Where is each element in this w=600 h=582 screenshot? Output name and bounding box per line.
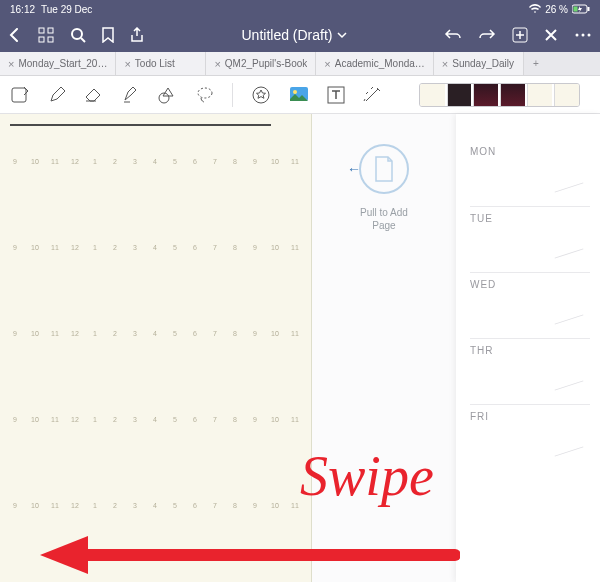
tab-add-button[interactable]: + xyxy=(524,52,548,75)
undo-icon[interactable] xyxy=(444,28,462,42)
app-header: Untitled (Draft) xyxy=(0,18,600,52)
tab-close-icon[interactable]: × xyxy=(124,58,130,70)
planner-page-right[interactable]: MON TUE WED THR FRI xyxy=(456,114,600,582)
chevron-down-icon xyxy=(337,30,347,40)
grid-icon[interactable] xyxy=(38,27,54,43)
redo-icon[interactable] xyxy=(478,28,496,42)
favorites-tool-icon[interactable] xyxy=(251,85,271,105)
day-row-mon: MON xyxy=(470,140,590,206)
svg-point-17 xyxy=(293,90,297,94)
highlighter-tool-icon[interactable] xyxy=(122,85,140,105)
lasso-tool-icon[interactable] xyxy=(196,85,214,105)
tab-close-icon[interactable]: × xyxy=(8,58,14,70)
back-icon[interactable] xyxy=(8,28,22,42)
thumbnail[interactable] xyxy=(527,84,552,106)
pull-to-add-area[interactable]: ← Pull to Add Page xyxy=(312,114,456,582)
thumbnail[interactable] xyxy=(473,84,498,106)
status-bar: 16:12 Tue 29 Dec 26 % xyxy=(0,0,600,18)
time-ruler: 91011121234567891011 xyxy=(8,330,303,337)
tab-close-icon[interactable]: × xyxy=(324,58,330,70)
status-date: Tue 29 Dec xyxy=(41,4,92,15)
svg-point-7 xyxy=(72,29,82,39)
svg-point-9 xyxy=(576,34,579,37)
editor-toolbar xyxy=(0,76,600,114)
thumbnail[interactable] xyxy=(447,84,472,106)
svg-rect-4 xyxy=(48,28,53,33)
svg-point-14 xyxy=(198,88,212,98)
time-ruler: 91011121234567891011 xyxy=(8,244,303,251)
thumbnail[interactable] xyxy=(554,84,579,106)
wifi-icon xyxy=(529,4,541,14)
pull-to-add-icon: ← xyxy=(359,144,409,194)
arrow-left-icon: ← xyxy=(347,161,361,177)
notebook-page-left[interactable]: 91011121234567891011 9101112123456789101… xyxy=(0,114,312,582)
tab-todo-list[interactable]: × Todo List xyxy=(116,52,206,75)
battery-icon xyxy=(572,4,590,14)
time-ruler: 91011121234567891011 xyxy=(8,416,303,423)
eraser-tool-icon[interactable] xyxy=(84,85,104,105)
day-row-thr: THR xyxy=(470,338,590,404)
laser-tool-icon[interactable] xyxy=(363,85,383,105)
tab-qm2[interactable]: × QM2_Pupil's-Book xyxy=(206,52,316,75)
svg-point-11 xyxy=(588,34,591,37)
more-icon[interactable] xyxy=(574,32,592,38)
text-tool-icon[interactable] xyxy=(327,85,345,105)
image-tool-icon[interactable] xyxy=(289,85,309,105)
svg-rect-2 xyxy=(588,7,590,11)
svg-rect-5 xyxy=(39,37,44,42)
svg-rect-12 xyxy=(12,88,26,102)
svg-rect-6 xyxy=(48,37,53,42)
tab-monday-start[interactable]: × Monday_Start_20… xyxy=(0,52,116,75)
tab-close-icon[interactable]: × xyxy=(214,58,220,70)
close-icon[interactable] xyxy=(544,28,558,42)
add-page-icon[interactable] xyxy=(512,27,528,43)
share-icon[interactable] xyxy=(130,27,144,43)
shapes-tool-icon[interactable] xyxy=(158,85,178,105)
search-icon[interactable] xyxy=(70,27,86,43)
status-time: 16:12 xyxy=(10,4,35,15)
svg-rect-1 xyxy=(574,7,578,12)
thumbnail[interactable] xyxy=(420,84,445,106)
day-row-wed: WED xyxy=(470,272,590,338)
day-row-tue: TUE xyxy=(470,206,590,272)
thumbnail[interactable] xyxy=(500,84,525,106)
pull-to-add-label: Pull to Add Page xyxy=(354,206,414,232)
svg-point-10 xyxy=(582,34,585,37)
page-thumbnails[interactable] xyxy=(419,83,580,107)
battery-percent: 26 % xyxy=(545,4,568,15)
tab-sunday-daily[interactable]: × Sunday_Daily xyxy=(434,52,524,75)
time-ruler: 91011121234567891011 xyxy=(8,502,303,509)
svg-rect-3 xyxy=(39,28,44,33)
tab-close-icon[interactable]: × xyxy=(442,58,448,70)
time-ruler: 91011121234567891011 xyxy=(8,158,303,165)
day-row-fri: FRI xyxy=(470,404,590,470)
bookmark-icon[interactable] xyxy=(102,27,114,43)
tab-academic-monday[interactable]: × Academic_Monda… xyxy=(316,52,433,75)
canvas-area[interactable]: 91011121234567891011 9101112123456789101… xyxy=(0,114,600,582)
pen-tool-icon[interactable] xyxy=(48,85,66,105)
document-tabs: × Monday_Start_20… × Todo List × QM2_Pup… xyxy=(0,52,600,76)
document-title[interactable]: Untitled (Draft) xyxy=(158,27,430,43)
readonly-tool-icon[interactable] xyxy=(10,85,30,105)
